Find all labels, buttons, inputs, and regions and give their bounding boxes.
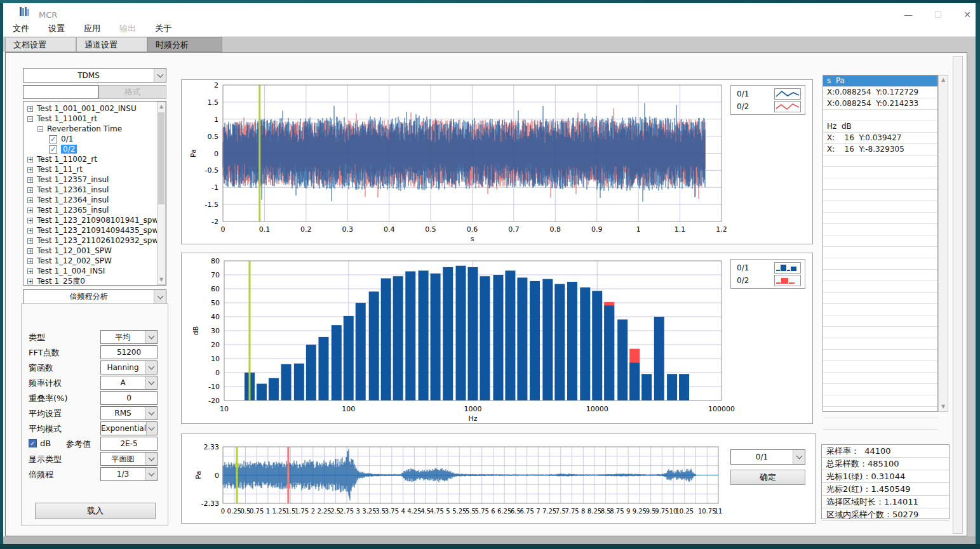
param-select-5[interactable]: RMS xyxy=(100,406,158,420)
tree-item[interactable]: +Test 1_12361_insul xyxy=(23,185,166,195)
menu-item-output[interactable]: 输出 xyxy=(110,23,145,34)
tab-document-settings[interactable]: 文档设置 xyxy=(5,37,76,52)
readout-row[interactable] xyxy=(823,384,937,395)
tree-scrollbar-thumb[interactable] xyxy=(158,112,164,204)
chevron-down-icon[interactable] xyxy=(145,361,157,374)
expander-icon[interactable]: + xyxy=(27,218,33,223)
tree-item[interactable]: +Test 1_123_211026102932_spw xyxy=(23,235,166,246)
expander-icon[interactable]: + xyxy=(27,167,33,173)
chevron-down-icon[interactable] xyxy=(793,450,805,464)
readout-row[interactable] xyxy=(823,281,937,293)
checkbox-icon[interactable]: ✓ xyxy=(49,135,57,143)
readout-row[interactable] xyxy=(823,407,937,418)
octave-spectrum-chart[interactable]: 80706050403020100-10-2010100100010000100… xyxy=(181,253,813,424)
tree-item[interactable]: +Test 1_001_001_002_INSU xyxy=(23,103,166,114)
readout-row[interactable] xyxy=(823,304,937,315)
readout-row[interactable] xyxy=(823,155,937,167)
readout-row[interactable]: Hz dB xyxy=(823,121,937,133)
maximize-button-icon[interactable]: ☐ xyxy=(927,8,949,21)
chevron-down-icon[interactable] xyxy=(146,422,157,435)
tab-time-frequency[interactable]: 时频分析 xyxy=(147,37,222,52)
file-format-select[interactable]: TDMS xyxy=(23,68,166,83)
tree-item[interactable]: +Test 1_1_004_INSI xyxy=(23,266,166,276)
readout-row[interactable] xyxy=(823,418,937,430)
analysis-type-select[interactable]: 倍频程分析 xyxy=(23,289,166,304)
tree-item[interactable]: +Test 1_123_210914094435_spw xyxy=(23,225,166,235)
checkbox-icon[interactable]: ✓ xyxy=(49,145,57,154)
menu-item-file[interactable]: 文件 xyxy=(3,23,39,34)
scroll-down-icon[interactable]: ▼ xyxy=(939,402,948,411)
red-cursor-line-marker[interactable] xyxy=(286,484,290,488)
channel-select[interactable]: 0/1 xyxy=(730,449,805,465)
readout-row[interactable] xyxy=(823,327,937,338)
expander-icon[interactable]: + xyxy=(27,157,33,162)
db-checkbox-icon[interactable]: ✓ xyxy=(29,439,37,447)
readout-row[interactable] xyxy=(823,190,937,201)
readout-row[interactable] xyxy=(823,247,937,258)
menu-item-settings[interactable]: 设置 xyxy=(39,23,74,34)
readout-row[interactable] xyxy=(823,373,937,384)
expander-icon[interactable]: + xyxy=(27,187,33,193)
overview-waveform-chart[interactable]: 2.330-2.3300.250.50.7511.251.51.7522.252… xyxy=(181,433,816,524)
expander-icon[interactable]: + xyxy=(27,228,33,234)
filter-input[interactable] xyxy=(23,85,98,99)
readout-row[interactable] xyxy=(823,224,937,235)
scroll-up-icon[interactable]: ▲ xyxy=(939,76,948,84)
param-input-1[interactable]: 51200 xyxy=(100,345,158,359)
tree-item[interactable]: +Test 1_11_rt xyxy=(23,164,166,175)
chevron-down-icon[interactable] xyxy=(145,407,157,420)
readout-row[interactable]: X: 16 Y:-8.329305 xyxy=(823,144,937,155)
readout-row[interactable] xyxy=(823,178,937,190)
expander-icon[interactable]: + xyxy=(27,106,33,112)
format-button[interactable]: 格式 xyxy=(98,85,166,99)
menu-item-about[interactable]: 关于 xyxy=(145,23,181,34)
red-cursor-line[interactable] xyxy=(287,447,289,503)
expander-icon[interactable]: + xyxy=(27,177,33,183)
readout-row[interactable] xyxy=(823,395,937,407)
readout-row[interactable] xyxy=(823,315,937,327)
tree-item[interactable]: ✓0/1 xyxy=(23,134,166,144)
tree-item[interactable]: ✓0/2 xyxy=(23,144,166,154)
tree-item[interactable]: −Reverberation Time xyxy=(23,124,166,134)
readout-header[interactable]: s Pa xyxy=(823,76,937,87)
green-cursor-line[interactable] xyxy=(258,85,260,222)
param-input-7[interactable]: 2E-5 xyxy=(100,437,158,451)
param-select-6[interactable]: Exponential xyxy=(100,421,158,435)
readout-row[interactable] xyxy=(823,361,937,373)
param-select-8[interactable]: 平面图 xyxy=(100,452,158,466)
expander-icon[interactable]: − xyxy=(27,116,33,122)
scroll-up-icon[interactable]: ▲ xyxy=(158,102,165,111)
scroll-down-icon[interactable]: ▼ xyxy=(158,275,165,284)
confirm-button[interactable]: 确定 xyxy=(730,470,805,485)
chevron-down-icon[interactable] xyxy=(145,453,157,465)
expander-icon[interactable]: + xyxy=(27,248,33,254)
green-cursor-line-marker[interactable] xyxy=(235,463,239,467)
chevron-down-icon[interactable] xyxy=(145,331,157,343)
page-scrollbar[interactable] xyxy=(953,56,963,534)
expander-icon[interactable]: + xyxy=(27,279,33,284)
readout-row[interactable] xyxy=(823,201,937,213)
param-select-0[interactable]: 平均 xyxy=(100,330,158,344)
chevron-down-icon[interactable] xyxy=(154,290,166,303)
readout-row[interactable] xyxy=(823,110,937,121)
expander-icon[interactable]: + xyxy=(27,197,33,203)
minimize-button-icon[interactable]: — xyxy=(897,8,919,21)
tab-channel-settings[interactable]: 通道设置 xyxy=(76,37,147,52)
readout-row[interactable] xyxy=(823,270,937,281)
expander-icon[interactable]: + xyxy=(27,208,33,213)
menu-item-apply[interactable]: 应用 xyxy=(74,23,110,34)
readout-row[interactable] xyxy=(823,167,937,178)
readout-row[interactable]: X:0.088254 Y:0.214233 xyxy=(823,98,937,110)
readout-scrollbar[interactable]: ▲ ▼ xyxy=(938,75,948,412)
expander-icon[interactable]: + xyxy=(27,268,33,274)
expander-icon[interactable]: + xyxy=(27,238,33,244)
chevron-down-icon[interactable] xyxy=(145,376,157,389)
tree-item[interactable]: +Test 1_25度0 xyxy=(23,276,166,286)
close-button-icon[interactable]: ✕ xyxy=(957,8,978,21)
param-select-2[interactable]: Hanning xyxy=(100,360,158,374)
expander-icon[interactable]: + xyxy=(27,258,33,264)
time-waveform-chart[interactable]: 21.510.50-0.5-1-1.5-200.10.20.30.40.50.6… xyxy=(181,79,813,244)
chevron-down-icon[interactable] xyxy=(145,468,157,480)
readout-row[interactable]: X:0.088254 Y:0.172729 xyxy=(823,87,937,98)
readout-row[interactable] xyxy=(823,350,937,361)
